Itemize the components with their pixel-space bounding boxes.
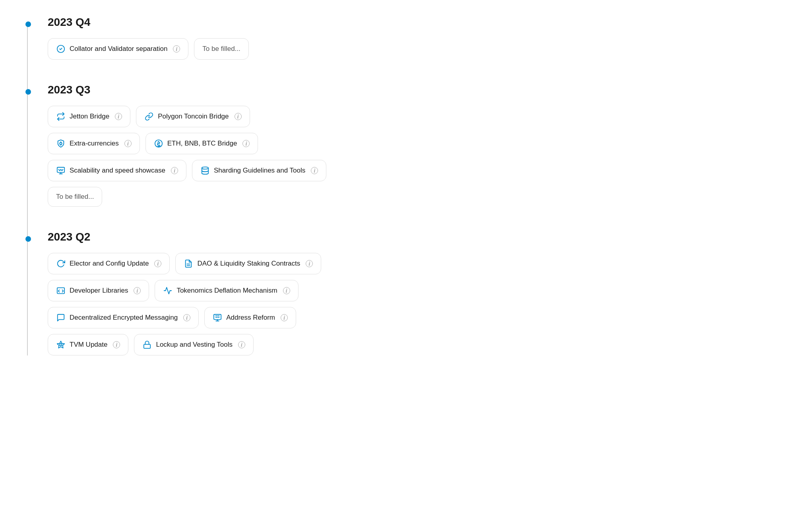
item-label-elector-config: Elector and Config Update	[70, 260, 149, 268]
item-card-tokenomics[interactable]: Tokenomics Deflation Mechanismi	[155, 280, 298, 301]
item-card-tvm-update[interactable]: TVM Updatei	[48, 334, 128, 355]
timeline-section-2023q3: 2023 Q3Jetton BridgeiPolygon Toncoin Bri…	[40, 83, 771, 207]
info-icon-address-reform[interactable]: i	[281, 314, 288, 321]
item-label-lockup-vesting: Lockup and Vesting Tools	[156, 341, 233, 349]
items-row-2023q3-3: To be filled...	[48, 187, 771, 207]
item-card-eth-bnb-btc[interactable]: ETH, BNB, BTC Bridgei	[145, 133, 258, 154]
item-label-tokenomics: Tokenomics Deflation Mechanism	[176, 287, 277, 295]
chain-icon	[144, 112, 154, 121]
chart-icon	[163, 286, 173, 295]
item-card-dev-libraries[interactable]: Developer Librariesi	[48, 280, 149, 301]
svg-point-15	[60, 344, 62, 346]
info-icon-elector-config[interactable]: i	[154, 260, 161, 267]
item-label-extra-currencies: Extra-currencies	[70, 140, 119, 148]
items-row-2023q4-0: Collator and Validator separationiTo be …	[48, 38, 771, 60]
item-card-to-be-filled-q4[interactable]: To be filled...	[194, 38, 248, 60]
item-card-jetton-bridge[interactable]: Jetton Bridgei	[48, 106, 130, 127]
items-row-2023q3-1: Extra-currenciesiETH, BNB, BTC Bridgei	[48, 133, 771, 154]
item-label-sharding: Sharding Guidelines and Tools	[214, 167, 305, 175]
cube-icon	[56, 340, 66, 349]
items-row-2023q2-0: Elector and Config UpdateiDAO & Liquidit…	[48, 253, 771, 274]
item-label-to-be-filled-q4: To be filled...	[202, 45, 240, 53]
info-icon-scalability[interactable]: i	[171, 167, 178, 174]
item-label-dao-staking: DAO & Liquidity Staking Contracts	[197, 260, 300, 268]
items-row-2023q3-0: Jetton BridgeiPolygon Toncoin Bridgei	[48, 106, 771, 127]
document-icon	[184, 259, 193, 268]
item-label-eth-bnb-btc: ETH, BNB, BTC Bridge	[167, 140, 237, 148]
timeline-content-2023q4: Collator and Validator separationiTo be …	[40, 38, 771, 60]
database-icon	[200, 166, 210, 175]
code-icon	[56, 286, 66, 295]
item-card-elector-config[interactable]: Elector and Config Updatei	[48, 253, 170, 274]
timeline-section-2023q2: 2023 Q2Elector and Config UpdateiDAO & L…	[40, 231, 771, 355]
timeline-dot-2023q2	[25, 236, 31, 242]
info-icon-extra-currencies[interactable]: i	[124, 140, 132, 147]
info-icon-tokenomics[interactable]: i	[283, 287, 290, 294]
roadmap-timeline: 2023 Q4Collator and Validator separation…	[24, 16, 771, 355]
info-icon-jetton-bridge[interactable]: i	[115, 113, 122, 120]
address-icon	[213, 313, 222, 322]
items-row-2023q2-3: TVM UpdateiLockup and Vesting Toolsi	[48, 334, 771, 355]
item-label-collator-validator: Collator and Validator separation	[70, 45, 167, 53]
chat-icon	[56, 313, 66, 322]
item-card-to-be-filled-q3[interactable]: To be filled...	[48, 187, 102, 207]
shield-dollar-icon	[56, 139, 66, 148]
items-row-2023q3-2: Scalability and speed showcaseiSharding …	[48, 160, 771, 181]
item-label-dev-libraries: Developer Libraries	[70, 287, 128, 295]
timeline-header-2023q4: 2023 Q4	[40, 16, 771, 29]
item-card-lockup-vesting[interactable]: Lockup and Vesting Toolsi	[134, 334, 254, 355]
item-card-scalability[interactable]: Scalability and speed showcasei	[48, 160, 186, 181]
item-label-jetton-bridge: Jetton Bridge	[70, 113, 109, 120]
info-icon-collator-validator[interactable]: i	[173, 45, 180, 52]
item-card-dao-staking[interactable]: DAO & Liquidity Staking Contractsi	[175, 253, 321, 274]
timeline-vertical-line	[27, 24, 28, 355]
info-icon-lockup-vesting[interactable]: i	[238, 341, 245, 348]
bitcoin-icon	[154, 139, 163, 148]
speed-icon	[56, 166, 66, 175]
svg-rect-14	[214, 315, 221, 320]
svg-point-10	[202, 167, 209, 169]
timeline-header-2023q3: 2023 Q3	[40, 83, 771, 96]
timeline-section-2023q4: 2023 Q4Collator and Validator separation…	[40, 16, 771, 60]
item-card-collator-validator[interactable]: Collator and Validator separationi	[48, 38, 188, 60]
item-label-decentralized-msg: Decentralized Encrypted Messaging	[70, 314, 178, 322]
item-card-extra-currencies[interactable]: Extra-currenciesi	[48, 133, 140, 154]
info-icon-dao-staking[interactable]: i	[306, 260, 313, 267]
item-card-address-reform[interactable]: Address Reformi	[204, 307, 296, 328]
info-icon-eth-bnb-btc[interactable]: i	[242, 140, 250, 147]
timeline-content-2023q3: Jetton BridgeiPolygon Toncoin BridgeiExt…	[40, 106, 771, 207]
items-row-2023q2-1: Developer LibrariesiTokenomics Deflation…	[48, 280, 771, 301]
item-label-address-reform: Address Reform	[226, 314, 275, 322]
svg-rect-16	[144, 344, 151, 348]
info-icon-tvm-update[interactable]: i	[113, 341, 120, 348]
item-card-sharding[interactable]: Sharding Guidelines and Toolsi	[192, 160, 326, 181]
info-icon-polygon-toncoin[interactable]: i	[235, 113, 242, 120]
info-icon-dev-libraries[interactable]: i	[134, 287, 141, 294]
lock-icon	[142, 340, 152, 349]
info-icon-decentralized-msg[interactable]: i	[183, 314, 190, 321]
timeline-dot-2023q4	[25, 21, 31, 27]
item-label-tvm-update: TVM Update	[70, 341, 107, 349]
timeline-content-2023q2: Elector and Config UpdateiDAO & Liquidit…	[40, 253, 771, 355]
check-circle-icon	[56, 44, 66, 54]
item-card-polygon-toncoin[interactable]: Polygon Toncoin Bridgei	[136, 106, 250, 127]
item-label-scalability: Scalability and speed showcase	[70, 167, 165, 175]
timeline-header-2023q2: 2023 Q2	[40, 231, 771, 243]
items-row-2023q2-2: Decentralized Encrypted MessagingiAddres…	[48, 307, 771, 328]
info-icon-sharding[interactable]: i	[311, 167, 318, 174]
item-card-decentralized-msg[interactable]: Decentralized Encrypted Messagingi	[48, 307, 199, 328]
item-label-polygon-toncoin: Polygon Toncoin Bridge	[158, 113, 229, 120]
item-label-to-be-filled-q3: To be filled...	[56, 193, 94, 201]
arrows-icon	[56, 112, 66, 121]
timeline-dot-2023q3	[25, 89, 31, 95]
refresh-icon	[56, 259, 66, 268]
